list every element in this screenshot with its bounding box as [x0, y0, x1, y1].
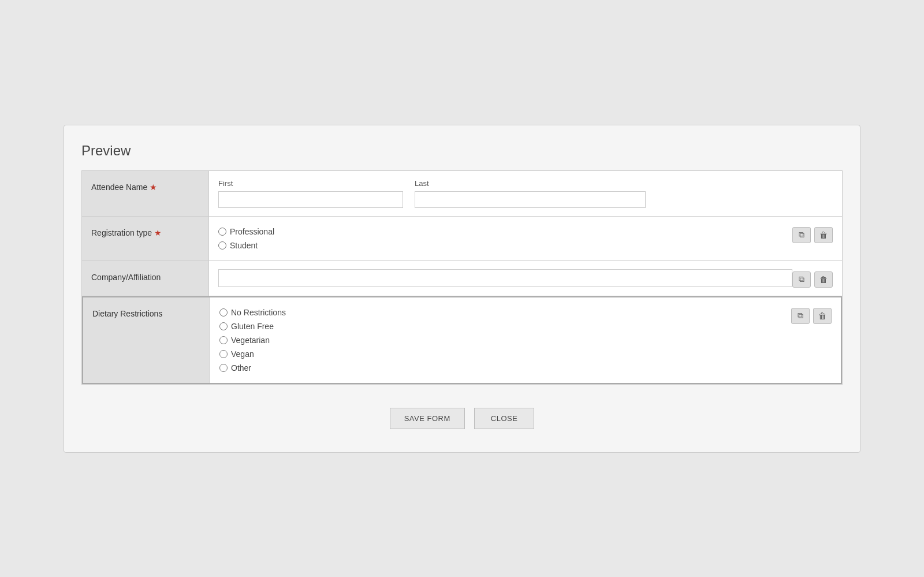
- radio-vegan[interactable]: Vegan: [219, 349, 791, 359]
- company-copy-button[interactable]: ⧉: [792, 271, 811, 288]
- radio-gluten-free-input[interactable]: [219, 322, 228, 330]
- trash-icon-company: 🗑: [819, 275, 828, 284]
- form-row-registration-type: Registration type ★ Professional Student: [82, 217, 842, 261]
- registration-delete-button[interactable]: 🗑: [814, 227, 833, 243]
- label-text-registration-type: Registration type: [91, 228, 152, 237]
- label-dietary-restrictions: Dietary Restrictions: [83, 297, 210, 383]
- dietary-restrictions-actions: ⧉ 🗑: [791, 306, 832, 324]
- registration-copy-button[interactable]: ⧉: [792, 227, 811, 243]
- radio-professional-input[interactable]: [218, 228, 226, 236]
- radio-vegetarian[interactable]: Vegetarian: [219, 336, 791, 345]
- company-affiliation-input[interactable]: [218, 269, 792, 287]
- required-star-registration-type: ★: [154, 228, 162, 237]
- preview-modal: Preview Attendee Name ★ First Last: [64, 125, 860, 453]
- radio-no-restrictions-input[interactable]: [219, 308, 228, 317]
- label-registration-type: Registration type ★: [82, 217, 209, 260]
- company-affiliation-actions: ⧉ 🗑: [792, 269, 833, 288]
- radio-vegan-label: Vegan: [231, 349, 254, 359]
- radio-student-input[interactable]: [218, 241, 226, 250]
- label-text-attendee-name: Attendee Name: [91, 183, 147, 192]
- save-form-button[interactable]: SAVE FORM: [390, 408, 465, 429]
- first-name-group: First: [218, 179, 403, 208]
- field-attendee-name: First Last: [209, 171, 842, 216]
- dietary-radio-group: No Restrictions Gluten Free Vegetarian: [219, 306, 791, 375]
- dietary-copy-button[interactable]: ⧉: [791, 308, 810, 324]
- last-name-label: Last: [415, 179, 646, 188]
- label-text-dietary-restrictions: Dietary Restrictions: [92, 309, 162, 318]
- radio-other-label: Other: [231, 363, 251, 373]
- radio-vegetarian-input[interactable]: [219, 336, 228, 344]
- radio-professional-label: Professional: [230, 227, 274, 236]
- label-company-affiliation: Company/Affiliation: [82, 261, 209, 296]
- registration-type-actions: ⧉ 🗑: [792, 225, 833, 243]
- form-row-attendee-name: Attendee Name ★ First Last: [82, 171, 842, 217]
- radio-vegan-input[interactable]: [219, 350, 228, 358]
- company-delete-button[interactable]: 🗑: [814, 271, 833, 288]
- name-fields-container: First Last: [218, 179, 833, 208]
- dietary-restrictions-options: No Restrictions Gluten Free Vegetarian: [219, 306, 791, 375]
- form-row-dietary-restrictions: Dietary Restrictions No Restrictions Glu…: [82, 296, 842, 384]
- label-text-company-affiliation: Company/Affiliation: [91, 273, 161, 282]
- last-name-group: Last: [415, 179, 646, 208]
- radio-gluten-free[interactable]: Gluten Free: [219, 322, 791, 331]
- radio-gluten-free-label: Gluten Free: [231, 322, 274, 331]
- copy-icon-company: ⧉: [799, 274, 804, 284]
- radio-other[interactable]: Other: [219, 363, 791, 373]
- registration-radio-group: Professional Student: [218, 225, 792, 252]
- required-star-attendee-name: ★: [150, 183, 157, 192]
- first-name-label: First: [218, 179, 403, 188]
- radio-student-label: Student: [230, 241, 258, 250]
- copy-icon-dietary: ⧉: [798, 311, 803, 321]
- dietary-delete-button[interactable]: 🗑: [813, 308, 832, 324]
- radio-vegetarian-label: Vegetarian: [231, 336, 270, 345]
- last-name-input[interactable]: [415, 191, 646, 208]
- close-button[interactable]: CLOSE: [474, 408, 535, 429]
- radio-professional[interactable]: Professional: [218, 227, 792, 236]
- field-registration-type: Professional Student ⧉ 🗑: [209, 217, 842, 260]
- radio-no-restrictions[interactable]: No Restrictions: [219, 308, 791, 317]
- field-dietary-restrictions: No Restrictions Gluten Free Vegetarian: [210, 297, 841, 383]
- field-company-affiliation: ⧉ 🗑: [209, 261, 842, 296]
- footer-buttons: SAVE FORM CLOSE: [81, 408, 843, 429]
- trash-icon-dietary: 🗑: [818, 311, 826, 321]
- label-attendee-name: Attendee Name ★: [82, 171, 209, 216]
- copy-icon: ⧉: [799, 230, 804, 240]
- radio-no-restrictions-label: No Restrictions: [231, 308, 286, 317]
- name-fields: First Last: [218, 179, 833, 208]
- trash-icon: 🗑: [819, 230, 828, 240]
- form-table: Attendee Name ★ First Last: [81, 170, 843, 385]
- form-row-company-affiliation: Company/Affiliation ⧉ 🗑: [82, 261, 842, 296]
- registration-type-options: Professional Student: [218, 225, 792, 252]
- radio-other-input[interactable]: [219, 364, 228, 372]
- company-affiliation-content: [218, 269, 792, 287]
- first-name-input[interactable]: [218, 191, 403, 208]
- radio-student[interactable]: Student: [218, 241, 792, 250]
- page-title: Preview: [81, 143, 843, 159]
